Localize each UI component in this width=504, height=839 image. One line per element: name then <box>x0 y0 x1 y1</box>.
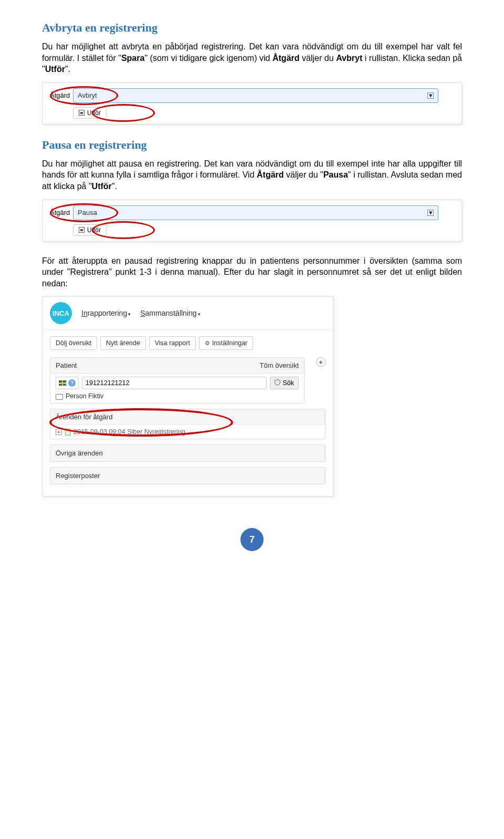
dropdown-row: Åtgärd Avbryt ▾ <box>50 88 454 103</box>
heading-pausa: Pausa en registrering <box>42 138 462 152</box>
panel-title: Patient <box>56 361 77 369</box>
text-bold: Åtgärd <box>257 170 284 179</box>
utfor-row: Utför <box>73 107 454 119</box>
text: väljer du " <box>284 170 323 179</box>
nytt-arende-button[interactable]: Nytt ärende <box>100 336 146 350</box>
text: ". <box>65 65 70 74</box>
inca-logo: INCA <box>50 302 72 324</box>
select-value: Pausa <box>78 209 97 216</box>
screenshot-pausa: Åtgärd Pausa ▾ Utför <box>42 200 462 242</box>
caret-down-icon: ▾ <box>198 312 201 317</box>
document-icon <box>65 429 70 436</box>
chevron-down-icon: ▾ <box>427 92 434 99</box>
arende-item[interactable]: + 2015-09-03 09:04 Siber Nyregistrering <box>50 425 325 439</box>
dropdown-label: Åtgärd <box>50 209 73 216</box>
inca-body: Dölj översikt Nytt ärende Visa rapport I… <box>43 330 333 496</box>
atgard-select[interactable]: Pausa ▾ <box>73 205 438 220</box>
text-bold: Åtgärd <box>272 54 300 63</box>
folder-icon <box>56 392 66 400</box>
personnummer-input[interactable] <box>82 377 267 389</box>
select-value: Avbryt <box>78 91 97 99</box>
button-label: Inställningar <box>212 339 247 347</box>
expand-icon[interactable]: + <box>56 429 62 435</box>
installningar-button[interactable]: Inställningar <box>199 336 253 350</box>
gear-icon <box>205 339 210 347</box>
button-label: Sök <box>282 379 294 387</box>
sok-button[interactable]: Sök <box>270 377 299 389</box>
text-bold: Spara <box>121 54 144 63</box>
patient-panel-head: Patient Töm översikt <box>50 358 304 374</box>
flag-badge[interactable]: ? <box>56 377 79 389</box>
flag-se-icon <box>59 380 66 386</box>
person-name-row: Person Fiktiv <box>56 392 299 400</box>
heading-avbryta: Avbryta en registrering <box>42 21 462 35</box>
button-label: Utför <box>87 226 101 234</box>
save-icon <box>79 110 85 116</box>
nav-sammanstallning[interactable]: Sammanställning▾ <box>140 309 200 317</box>
dropdown-label: Åtgärd <box>50 91 73 99</box>
help-icon: ? <box>68 379 76 387</box>
arenden-heading: Ärenden för åtgärd <box>50 409 325 425</box>
text-bold: Utför <box>92 182 112 191</box>
search-icon <box>275 379 280 387</box>
search-row: ? Sök <box>56 377 299 389</box>
utfor-button[interactable]: Utför <box>73 107 107 119</box>
arenden-panel: Ärenden för åtgärd + 2015-09-03 09:04 Si… <box>50 409 326 439</box>
patient-panel: Patient Töm översikt ? Sök Person Fiktiv <box>50 357 304 403</box>
text-bold: Pausa <box>323 170 348 179</box>
caret-down-icon: ▾ <box>128 312 131 317</box>
dropdown-row: Åtgärd Pausa ▾ <box>50 205 454 220</box>
text: väljer du <box>300 54 337 63</box>
patient-panel-body: ? Sök Person Fiktiv <box>50 374 304 403</box>
page-number: 7 <box>240 528 264 551</box>
text: ". <box>112 182 117 191</box>
toolbar-row: Dölj översikt Nytt ärende Visa rapport I… <box>50 336 326 350</box>
text-bold: Utför <box>45 65 65 74</box>
paragraph-pausa: Du har möjlighet att pausa en registreri… <box>42 158 462 192</box>
nav-text: rapportering <box>88 309 128 317</box>
screenshot-inca: INCA Inrapportering▾ Sammanställning▾ Dö… <box>42 296 333 496</box>
screenshot-avbryt: Åtgärd Avbryt ▾ Utför <box>42 82 462 125</box>
chevron-down-icon: ▾ <box>427 210 434 216</box>
button-label: Utför <box>87 109 101 117</box>
utfor-row: Utför <box>73 224 454 236</box>
atgard-select[interactable]: Avbryt ▾ <box>73 88 438 103</box>
text: " (som vi tidigare gick igenom) vid <box>144 54 272 63</box>
tom-oversikt-link[interactable]: Töm översikt <box>260 361 299 369</box>
paragraph-ateruppta: För att återuppta en pausad registrering… <box>42 255 462 289</box>
registerposter-panel[interactable]: Registerposter <box>50 467 326 484</box>
save-icon <box>79 227 85 233</box>
dolj-oversikt-button[interactable]: Dölj översikt <box>50 336 97 350</box>
nav-text: ammanställning <box>145 309 197 317</box>
text-bold: Avbryt <box>336 54 362 63</box>
arende-item-text: 2015-09-03 09:04 Siber Nyregistrering <box>74 428 185 436</box>
add-button[interactable]: + <box>316 357 326 367</box>
paragraph-avbryta: Du har möjlighet att avbryta en påbörjad… <box>42 41 462 75</box>
utfor-button[interactable]: Utför <box>73 224 107 236</box>
nav-inrapportering[interactable]: Inrapportering▾ <box>81 309 131 317</box>
person-name: Person Fiktiv <box>66 392 103 400</box>
ovriga-arenden-panel[interactable]: Övriga ärenden <box>50 444 326 462</box>
visa-rapport-button[interactable]: Visa rapport <box>149 336 196 350</box>
inca-header: INCA Inrapportering▾ Sammanställning▾ <box>43 297 333 330</box>
